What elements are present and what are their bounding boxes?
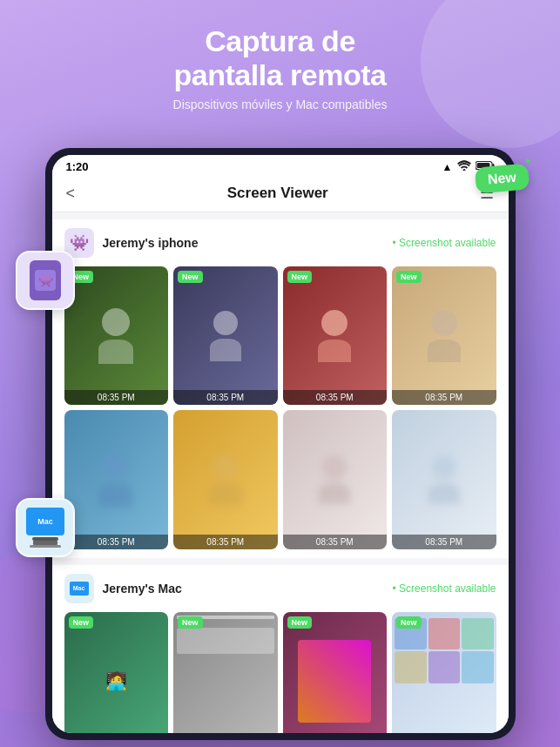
mac-base	[30, 545, 61, 548]
mac-icon-wrapper: Mac	[26, 508, 64, 548]
mac-screenshot-available: Screenshot available	[393, 582, 496, 595]
new-badge-floating: New	[475, 163, 530, 193]
mac-device-icon: Mac	[16, 498, 75, 557]
person-head-3	[321, 310, 347, 336]
phone-section: 👾 Jeremy's iphone Screenshot available	[52, 219, 509, 558]
mac-screenshot-1[interactable]: 🧑‍💻 New 08:35 PM	[64, 612, 169, 733]
photo-content-5	[64, 410, 169, 548]
phone-screenshot-1[interactable]: New 08:35 PM	[64, 266, 169, 405]
phone-device-header: 👾 Jeremy's iphone Screenshot available	[64, 228, 496, 258]
person-6	[194, 454, 257, 506]
person-body-5	[98, 483, 133, 508]
new-tag-3: New	[287, 271, 313, 283]
person-head-8	[432, 455, 456, 480]
mac-content-2	[173, 612, 278, 733]
phone-icon-face: 👾	[35, 270, 56, 291]
person-head-5	[102, 452, 130, 480]
new-tag-4: New	[396, 271, 422, 283]
tablet-frame: 1:20 ▲ < Screen Viewer ☰	[45, 148, 516, 740]
mac-icon-text: Mac	[37, 517, 53, 526]
title-line2: pantalla remota	[174, 58, 387, 91]
photo-content-6	[173, 410, 278, 548]
photo-content-1	[64, 266, 169, 405]
person-5	[84, 452, 147, 508]
person-head-1	[102, 308, 130, 336]
person-head-6	[213, 454, 239, 480]
mac-icon-inner: Mac	[26, 508, 64, 535]
main-title: Captura de pantalla remota	[17, 24, 543, 92]
mac-device-thumbnail: Mac	[64, 574, 94, 603]
phone-screenshot-2[interactable]: New 08:35 PM	[173, 266, 278, 405]
mac-device-header: Mac Jeremy's Mac Screenshot available	[64, 574, 496, 603]
photo-content-8	[392, 410, 496, 548]
mac-visual-3	[298, 640, 371, 723]
phone-screenshot-8[interactable]: 08:35 PM	[392, 410, 496, 548]
photo-content-3	[283, 266, 388, 405]
mac-screenshot-2[interactable]: New 08:35 PM	[173, 612, 278, 733]
time-overlay-3: 08:35 PM	[283, 390, 388, 405]
person-body-2	[210, 339, 241, 361]
phone-icon-inner: 👾	[30, 260, 61, 300]
person-2	[194, 311, 257, 361]
person-body-4	[428, 340, 461, 362]
header-section: Captura de pantalla remota Dispositivos …	[0, 0, 560, 125]
back-button[interactable]: <	[66, 185, 76, 203]
mac-section: Mac Jeremy's Mac Screenshot available 🧑‍…	[52, 565, 509, 733]
time-overlay-1: 08:35 PM	[64, 390, 169, 405]
mac-new-tag-1: New	[69, 616, 94, 629]
nav-title: Screen Viewer	[227, 185, 328, 202]
person-body-3	[318, 340, 351, 362]
time-overlay-5: 08:35 PM	[64, 535, 169, 549]
person-head-2	[213, 311, 238, 335]
status-bar: 1:20 ▲	[52, 155, 509, 177]
new-tag-2: New	[178, 271, 203, 283]
phone-screenshot-5[interactable]: 08:35 PM	[64, 410, 169, 548]
title-line1: Captura de	[205, 24, 355, 57]
person-body-1	[98, 340, 133, 364]
photo-content-2	[173, 266, 278, 405]
time-overlay-7: 08:35 PM	[283, 535, 388, 549]
mac-content-4	[392, 612, 496, 733]
tablet-screen: 1:20 ▲ < Screen Viewer ☰	[52, 155, 509, 733]
mac-app-icon-5	[428, 651, 461, 683]
mac-visual-1: 🧑‍💻	[105, 670, 127, 691]
mac-device-info: Mac Jeremy's Mac	[64, 574, 182, 603]
phone-device-icon: 👾	[16, 251, 75, 310]
mac-device-name: Jeremy's Mac	[103, 582, 182, 596]
phone-screenshot-4[interactable]: New 08:35 PM	[392, 266, 496, 405]
subtitle: Dispositivos móviles y Mac compatibles	[17, 98, 543, 111]
person-3	[303, 310, 366, 362]
mac-new-tag-3: New	[287, 616, 313, 629]
status-time: 1:20	[66, 160, 89, 173]
phone-screenshots-grid: New 08:35 PM New 08:35 PM	[64, 266, 496, 549]
mac-app-icon-3	[462, 618, 494, 650]
phone-device-info: 👾 Jeremy's iphone	[64, 228, 199, 258]
mac-content-1: 🧑‍💻	[64, 612, 169, 733]
mac-new-tag-4: New	[396, 616, 422, 629]
person-1	[84, 308, 147, 364]
phone-device-name: Jeremy's iphone	[103, 236, 199, 250]
person-7	[303, 455, 366, 504]
mac-app-icon-4	[395, 651, 427, 683]
location-icon: ▲	[442, 161, 453, 173]
photo-content-7	[283, 410, 388, 548]
time-overlay-6: 08:35 PM	[173, 535, 278, 549]
mac-new-tag-2: New	[178, 616, 203, 629]
mac-screenshot-3[interactable]: New 08:35 PM	[283, 612, 388, 733]
mac-screenshot-4[interactable]: New 08:35 PM	[392, 612, 496, 733]
person-head-7	[322, 455, 347, 480]
mac-screenshots-grid: 🧑‍💻 New 08:35 PM	[64, 612, 496, 733]
screen-content[interactable]: 👾 Jeremy's iphone Screenshot available	[52, 212, 509, 733]
photo-content-4	[392, 266, 496, 405]
time-overlay-2: 08:35 PM	[173, 390, 278, 405]
time-overlay-8: 08:35 PM	[392, 535, 496, 549]
phone-screenshot-3[interactable]: New 08:35 PM	[283, 266, 388, 405]
mac-content-area-2	[177, 628, 274, 654]
person-body-7	[319, 483, 350, 504]
person-body-8	[428, 483, 460, 504]
phone-screenshot-6[interactable]: 08:35 PM	[173, 410, 278, 548]
wifi-icon	[457, 160, 471, 173]
person-head-4	[431, 310, 457, 336]
person-8	[413, 455, 476, 504]
phone-screenshot-7[interactable]: 08:35 PM	[283, 410, 388, 548]
